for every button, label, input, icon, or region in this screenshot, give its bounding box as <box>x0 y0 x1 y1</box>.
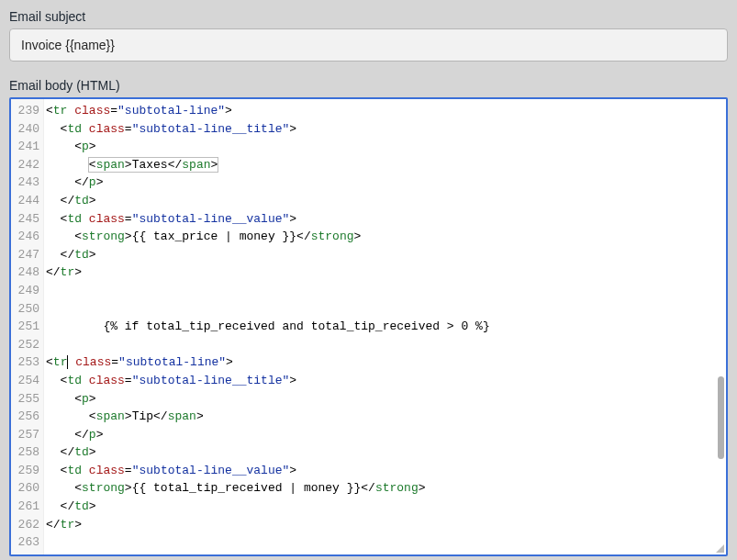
code-editor[interactable]: 239 240 241 242 243 244 245 246 247 248 … <box>9 97 728 556</box>
form-container: Email subject Email body (HTML) 239 240 … <box>0 0 737 556</box>
scrollbar-track[interactable] <box>713 101 724 543</box>
subject-input[interactable] <box>9 28 728 62</box>
code-area[interactable]: <tr class="subtotal-line"> <td class="su… <box>44 99 726 554</box>
line-gutter: 239 240 241 242 243 244 245 246 247 248 … <box>11 99 44 554</box>
subject-label: Email subject <box>9 9 728 24</box>
resize-handle[interactable] <box>716 544 724 553</box>
scrollbar-thumb[interactable] <box>718 376 724 459</box>
body-label: Email body (HTML) <box>9 78 728 93</box>
